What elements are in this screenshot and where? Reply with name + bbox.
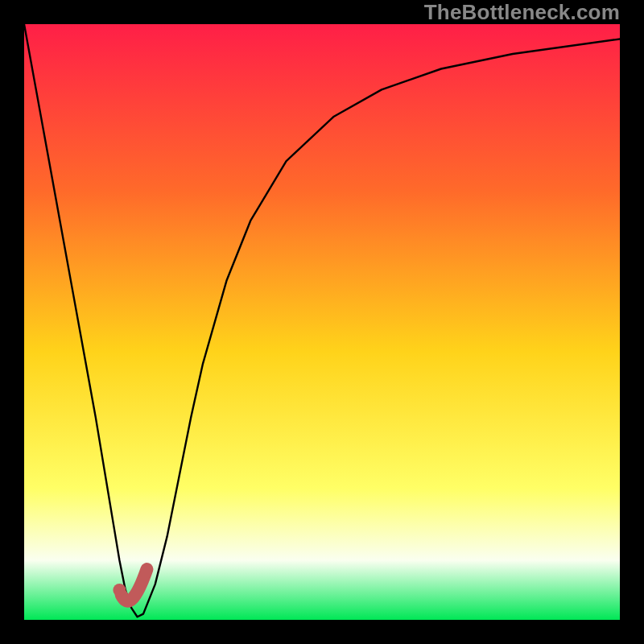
bottleneck-chart <box>24 24 620 620</box>
chart-frame: TheBottleneck.com <box>0 0 644 644</box>
plot-area <box>24 24 620 620</box>
optimal-marker-dot <box>113 584 126 597</box>
watermark-text: TheBottleneck.com <box>424 0 620 25</box>
gradient-background <box>24 24 620 620</box>
